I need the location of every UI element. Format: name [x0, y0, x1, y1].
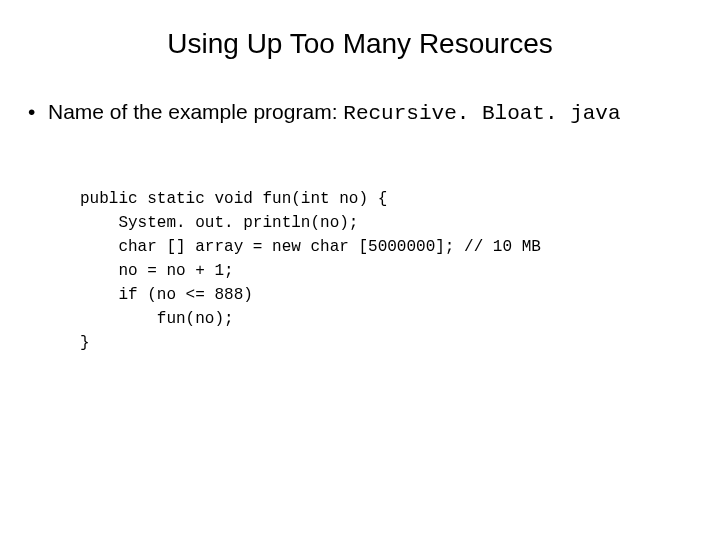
code-line: if (no <= 888) — [80, 286, 253, 304]
code-line: char [] array = new char [5000000]; // 1… — [80, 238, 541, 256]
code-line: public static void fun(int no) { — [80, 190, 387, 208]
page-title: Using Up Too Many Resources — [0, 0, 720, 100]
bullet-item: • Name of the example program: Recursive… — [0, 100, 720, 125]
bullet-prefix: Name of the example program: — [48, 100, 343, 123]
code-line: no = no + 1; — [80, 262, 234, 280]
code-line: fun(no); — [80, 310, 234, 328]
bullet-marker-icon: • — [28, 100, 48, 124]
code-line: } — [80, 334, 90, 352]
bullet-filename: Recursive. Bloat. java — [343, 102, 620, 125]
code-block: public static void fun(int no) { System.… — [0, 163, 720, 355]
bullet-text-container: Name of the example program: Recursive. … — [48, 100, 621, 125]
code-line: System. out. println(no); — [80, 214, 358, 232]
